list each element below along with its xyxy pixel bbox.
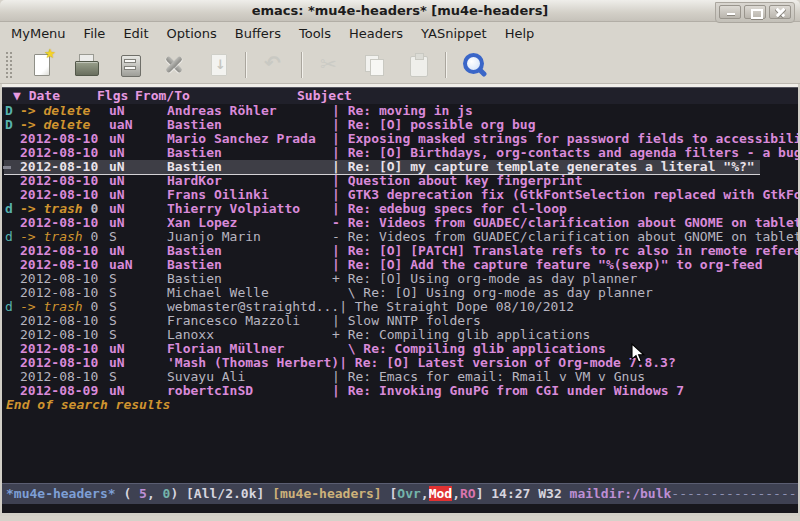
message-row[interactable]: D-> deleteuaNBastien| Re: [O] possible o… xyxy=(4,118,798,132)
message-from: Florian Müllner xyxy=(167,342,332,356)
message-from: webmaster@straightd... xyxy=(167,300,339,314)
mu4e-headers-buffer: ▼ Date Flgs From/To Subject D-> deleteuN… xyxy=(2,88,798,483)
message-row[interactable]: d-> trash 0uNThierry Volpiatto| Re: edeb… xyxy=(4,202,798,216)
message-from: HardKor xyxy=(167,174,332,188)
close-button[interactable] xyxy=(769,5,791,19)
message-date: 2012-08-10 xyxy=(20,314,109,328)
message-flags: uN xyxy=(109,132,167,146)
message-date: -> delete xyxy=(20,104,109,118)
end-of-results-text: End of search results xyxy=(2,398,798,412)
message-row[interactable]: 2012-08-10SBastien+ Re: [O] Using org-mo… xyxy=(4,272,798,286)
modeline-segment: [mu4e-headers] xyxy=(272,486,382,501)
mark-char xyxy=(4,286,20,300)
message-row[interactable]: D-> deleteuNAndreas Röhler| Re: moving i… xyxy=(4,104,798,118)
message-row[interactable]: 2012-08-10SSuvayu Ali| Re: Emacs for ema… xyxy=(4,370,798,384)
message-subject: | Re: [O] Add the capture feature "%(sex… xyxy=(332,258,762,272)
message-flags: uaN xyxy=(109,258,167,272)
column-header-subject[interactable]: Subject xyxy=(297,88,352,104)
message-row[interactable]: 2012-08-10uNBastien| Re: [O] [PATCH] Tra… xyxy=(4,244,798,258)
message-row[interactable]: 2012-08-10uNXan Lopez- Re: Videos from G… xyxy=(4,216,798,230)
message-flags: S xyxy=(109,286,167,300)
message-date: 2012-08-10 xyxy=(20,216,109,230)
message-row[interactable]: d-> trash 0SJuanjo Marin- Re: Videos fro… xyxy=(4,230,798,244)
message-row[interactable]: 2012-08-10SFrancesco Mazzoli| Slow NNTP … xyxy=(4,314,798,328)
message-row[interactable]: 2012-08-10uNHardKor| Question about key … xyxy=(4,174,798,188)
message-date: 2012-08-10 xyxy=(20,342,109,356)
message-from: Bastien xyxy=(167,244,332,258)
menu-item-yasnippet[interactable]: YASnippet xyxy=(412,22,496,46)
message-row[interactable]: 2012-08-10uNFlorian Müllner \ Re: Compil… xyxy=(4,342,798,356)
message-date: -> trash 0 xyxy=(20,300,109,314)
message-flags: S xyxy=(109,328,167,342)
headers-column-row: ▼ Date Flgs From/To Subject xyxy=(2,88,798,104)
toolbar-separator xyxy=(245,52,247,78)
minimize-button[interactable] xyxy=(719,5,741,19)
menu-item-edit[interactable]: Edit xyxy=(114,22,157,46)
menu-item-headers[interactable]: Headers xyxy=(340,22,412,46)
undo-icon xyxy=(258,49,290,81)
maximize-button[interactable] xyxy=(744,5,766,19)
save-icon[interactable] xyxy=(114,49,146,81)
message-date: 2012-08-10 xyxy=(20,356,109,370)
menu-item-buffers[interactable]: Buffers xyxy=(226,22,290,46)
message-from: Bastien xyxy=(167,160,332,174)
message-row[interactable]: 2012-08-10uNFrans Oilinki| GTK3 deprecat… xyxy=(4,188,798,202)
menu-item-help[interactable]: Help xyxy=(496,22,544,46)
menu-item-file[interactable]: File xyxy=(75,22,115,46)
message-subject: | Re: Emacs for email: Rmail v VM v Gnus xyxy=(332,370,645,384)
mark-char xyxy=(4,174,20,188)
message-from: Xan Lopez xyxy=(167,216,332,230)
mark-char xyxy=(4,314,20,328)
new-document-icon[interactable] xyxy=(26,49,58,81)
close-buffer-icon[interactable] xyxy=(158,49,190,81)
message-row[interactable]: 2012-08-10uaNBastien| Re: [O] Add the ca… xyxy=(4,258,798,272)
message-row[interactable]: d-> trash 0Swebmaster@straightd...| The … xyxy=(4,300,798,314)
modeline-segment: ) [All/2.0k] xyxy=(170,486,272,501)
modeline-segment: RO xyxy=(460,486,476,501)
menu-item-tools[interactable]: Tools xyxy=(290,22,340,46)
column-header-flags[interactable]: Flgs xyxy=(97,88,128,104)
menu-item-mymenu[interactable]: MyMenu xyxy=(2,22,75,46)
window-title: emacs: *mu4e-headers* [mu4e-headers] xyxy=(0,0,800,21)
modeline-segment: , xyxy=(147,486,163,501)
message-subject: \ Re: Compiling glib applications xyxy=(332,342,606,356)
message-row[interactable]: 2012-08-10uNMario Sanchez Prada| Exposin… xyxy=(4,132,798,146)
toolbar-separator xyxy=(301,52,303,78)
message-flags: uN xyxy=(109,244,167,258)
column-header-from[interactable]: From/To xyxy=(135,88,190,104)
message-row[interactable]: 2012-08-10uNBastien| Re: [O] Birthdays, … xyxy=(4,146,798,160)
open-folder-icon[interactable] xyxy=(70,49,102,81)
message-subject: + Re: [O] Using org-mode as day planner xyxy=(332,272,637,286)
mark-char xyxy=(4,188,20,202)
message-date: 2012-08-10 xyxy=(20,132,109,146)
mark-char xyxy=(4,342,20,356)
message-row[interactable]: 2012-08-10SLanoxx+ Re: Compiling glib ap… xyxy=(4,328,798,342)
column-header-date[interactable]: ▼ Date xyxy=(13,88,60,104)
message-row[interactable]: 2012-08-10SMichael Welle \ Re: [O] Using… xyxy=(4,286,798,300)
echo-area[interactable] xyxy=(2,504,798,513)
mode-line[interactable]: *mu4e-headers* ( 5, 0) [All/2.0k] [mu4e-… xyxy=(2,483,798,504)
frame-body: ▼ Date Flgs From/To Subject D-> deleteuN… xyxy=(0,84,800,513)
message-subject: | GTK3 deprecation fix (GtkFontSelection… xyxy=(332,188,798,202)
mark-char xyxy=(4,328,20,342)
message-flags: uN xyxy=(109,202,167,216)
message-flags: S xyxy=(109,230,167,244)
message-date: 2012-08-10 xyxy=(20,328,109,342)
message-row[interactable]: 2012-08-10uNBastien| Re: [O] my capture … xyxy=(4,160,760,174)
message-date: 2012-08-10 xyxy=(20,188,109,202)
modeline-segment: , xyxy=(421,486,429,501)
search-icon[interactable] xyxy=(458,49,490,81)
toolbar-drag-handle-icon[interactable] xyxy=(5,51,14,79)
mark-action: trash xyxy=(43,201,82,216)
message-flags: uN xyxy=(109,384,167,398)
modeline-segment: Mod xyxy=(429,486,452,501)
message-date: -> delete xyxy=(20,118,109,132)
mark-arrow: -> xyxy=(20,117,43,132)
message-row[interactable]: 2012-08-10uN'Mash (Thomas Herbert)| Re: … xyxy=(4,356,798,370)
mark-action: trash xyxy=(43,299,82,314)
message-date: 2012-08-10 xyxy=(20,370,109,384)
mark-suffix: 0 xyxy=(83,201,99,216)
menu-item-options[interactable]: Options xyxy=(158,22,226,46)
save-as-icon xyxy=(202,49,234,81)
message-row[interactable]: 2012-08-09uNrobertcInSD| Re: Invoking Gn… xyxy=(4,384,798,398)
